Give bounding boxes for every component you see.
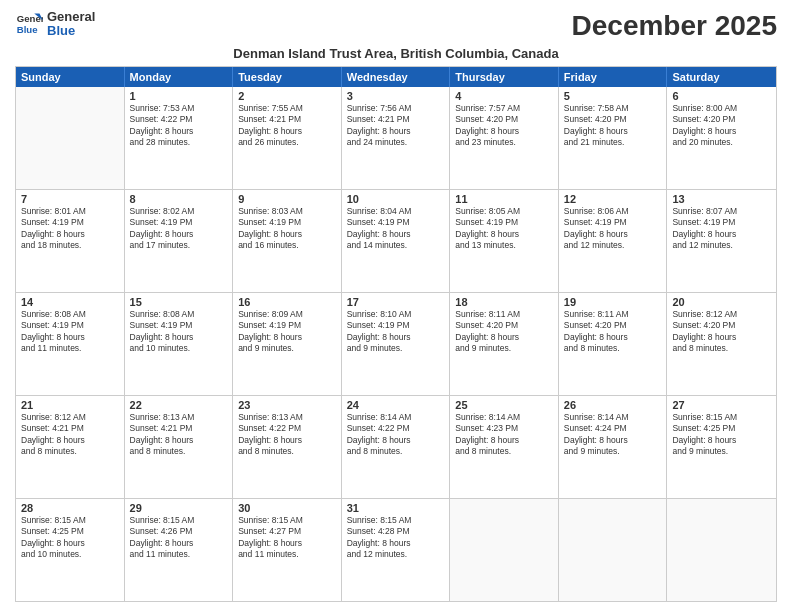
calendar-cell: 15Sunrise: 8:08 AM Sunset: 4:19 PM Dayli… [125,293,234,395]
calendar-week-2: 7Sunrise: 8:01 AM Sunset: 4:19 PM Daylig… [16,189,776,292]
day-info: Sunrise: 8:05 AM Sunset: 4:19 PM Dayligh… [455,206,553,252]
day-info: Sunrise: 8:07 AM Sunset: 4:19 PM Dayligh… [672,206,771,252]
day-info: Sunrise: 7:58 AM Sunset: 4:20 PM Dayligh… [564,103,662,149]
day-number: 3 [347,90,445,102]
calendar-cell: 29Sunrise: 8:15 AM Sunset: 4:26 PM Dayli… [125,499,234,601]
day-info: Sunrise: 7:57 AM Sunset: 4:20 PM Dayligh… [455,103,553,149]
calendar-cell: 3Sunrise: 7:56 AM Sunset: 4:21 PM Daylig… [342,87,451,189]
day-info: Sunrise: 8:15 AM Sunset: 4:25 PM Dayligh… [672,412,771,458]
header-day-tuesday: Tuesday [233,67,342,87]
calendar-cell: 18Sunrise: 8:11 AM Sunset: 4:20 PM Dayli… [450,293,559,395]
day-info: Sunrise: 8:01 AM Sunset: 4:19 PM Dayligh… [21,206,119,252]
calendar-cell [667,499,776,601]
calendar-week-5: 28Sunrise: 8:15 AM Sunset: 4:25 PM Dayli… [16,498,776,601]
calendar-cell: 25Sunrise: 8:14 AM Sunset: 4:23 PM Dayli… [450,396,559,498]
calendar-cell: 10Sunrise: 8:04 AM Sunset: 4:19 PM Dayli… [342,190,451,292]
day-number: 19 [564,296,662,308]
day-info: Sunrise: 8:00 AM Sunset: 4:20 PM Dayligh… [672,103,771,149]
day-number: 24 [347,399,445,411]
calendar-cell: 12Sunrise: 8:06 AM Sunset: 4:19 PM Dayli… [559,190,668,292]
day-number: 9 [238,193,336,205]
day-info: Sunrise: 8:14 AM Sunset: 4:23 PM Dayligh… [455,412,553,458]
day-number: 21 [21,399,119,411]
day-info: Sunrise: 8:12 AM Sunset: 4:21 PM Dayligh… [21,412,119,458]
calendar-week-1: 1Sunrise: 7:53 AM Sunset: 4:22 PM Daylig… [16,87,776,189]
header: General Blue General Blue December 2025 [15,10,777,42]
day-info: Sunrise: 7:55 AM Sunset: 4:21 PM Dayligh… [238,103,336,149]
day-info: Sunrise: 8:10 AM Sunset: 4:19 PM Dayligh… [347,309,445,355]
day-info: Sunrise: 8:11 AM Sunset: 4:20 PM Dayligh… [564,309,662,355]
calendar-cell: 17Sunrise: 8:10 AM Sunset: 4:19 PM Dayli… [342,293,451,395]
month-title: December 2025 [572,10,777,42]
calendar-cell: 16Sunrise: 8:09 AM Sunset: 4:19 PM Dayli… [233,293,342,395]
day-number: 13 [672,193,771,205]
subtitle: Denman Island Trust Area, British Columb… [15,46,777,61]
day-number: 6 [672,90,771,102]
day-number: 16 [238,296,336,308]
day-info: Sunrise: 8:15 AM Sunset: 4:27 PM Dayligh… [238,515,336,561]
day-info: Sunrise: 8:08 AM Sunset: 4:19 PM Dayligh… [21,309,119,355]
calendar-cell: 27Sunrise: 8:15 AM Sunset: 4:25 PM Dayli… [667,396,776,498]
logo: General Blue General Blue [15,10,95,39]
day-number: 4 [455,90,553,102]
calendar-cell: 23Sunrise: 8:13 AM Sunset: 4:22 PM Dayli… [233,396,342,498]
calendar-cell: 31Sunrise: 8:15 AM Sunset: 4:28 PM Dayli… [342,499,451,601]
calendar-cell [16,87,125,189]
calendar-week-3: 14Sunrise: 8:08 AM Sunset: 4:19 PM Dayli… [16,292,776,395]
day-number: 7 [21,193,119,205]
calendar-week-4: 21Sunrise: 8:12 AM Sunset: 4:21 PM Dayli… [16,395,776,498]
calendar-cell: 6Sunrise: 8:00 AM Sunset: 4:20 PM Daylig… [667,87,776,189]
calendar-cell: 7Sunrise: 8:01 AM Sunset: 4:19 PM Daylig… [16,190,125,292]
day-info: Sunrise: 8:14 AM Sunset: 4:24 PM Dayligh… [564,412,662,458]
day-info: Sunrise: 8:11 AM Sunset: 4:20 PM Dayligh… [455,309,553,355]
logo-text-general: General [47,10,95,24]
day-number: 23 [238,399,336,411]
day-number: 5 [564,90,662,102]
day-number: 18 [455,296,553,308]
day-number: 25 [455,399,553,411]
day-info: Sunrise: 8:14 AM Sunset: 4:22 PM Dayligh… [347,412,445,458]
calendar-cell: 14Sunrise: 8:08 AM Sunset: 4:19 PM Dayli… [16,293,125,395]
day-number: 26 [564,399,662,411]
day-number: 27 [672,399,771,411]
header-day-thursday: Thursday [450,67,559,87]
header-day-wednesday: Wednesday [342,67,451,87]
day-info: Sunrise: 8:08 AM Sunset: 4:19 PM Dayligh… [130,309,228,355]
calendar-header: SundayMondayTuesdayWednesdayThursdayFrid… [16,67,776,87]
day-info: Sunrise: 8:13 AM Sunset: 4:21 PM Dayligh… [130,412,228,458]
header-day-saturday: Saturday [667,67,776,87]
calendar-cell: 30Sunrise: 8:15 AM Sunset: 4:27 PM Dayli… [233,499,342,601]
calendar-body: 1Sunrise: 7:53 AM Sunset: 4:22 PM Daylig… [16,87,776,601]
calendar-cell: 22Sunrise: 8:13 AM Sunset: 4:21 PM Dayli… [125,396,234,498]
calendar-cell: 13Sunrise: 8:07 AM Sunset: 4:19 PM Dayli… [667,190,776,292]
svg-text:Blue: Blue [17,24,38,35]
day-info: Sunrise: 8:03 AM Sunset: 4:19 PM Dayligh… [238,206,336,252]
calendar-cell: 24Sunrise: 8:14 AM Sunset: 4:22 PM Dayli… [342,396,451,498]
day-number: 8 [130,193,228,205]
day-number: 14 [21,296,119,308]
day-info: Sunrise: 8:15 AM Sunset: 4:25 PM Dayligh… [21,515,119,561]
header-day-friday: Friday [559,67,668,87]
calendar-cell: 2Sunrise: 7:55 AM Sunset: 4:21 PM Daylig… [233,87,342,189]
title-block: December 2025 [572,10,777,42]
logo-icon: General Blue [15,10,43,38]
calendar-cell: 11Sunrise: 8:05 AM Sunset: 4:19 PM Dayli… [450,190,559,292]
calendar-cell: 19Sunrise: 8:11 AM Sunset: 4:20 PM Dayli… [559,293,668,395]
day-info: Sunrise: 8:15 AM Sunset: 4:26 PM Dayligh… [130,515,228,561]
day-info: Sunrise: 8:04 AM Sunset: 4:19 PM Dayligh… [347,206,445,252]
day-number: 29 [130,502,228,514]
calendar-cell: 21Sunrise: 8:12 AM Sunset: 4:21 PM Dayli… [16,396,125,498]
day-number: 11 [455,193,553,205]
day-info: Sunrise: 8:13 AM Sunset: 4:22 PM Dayligh… [238,412,336,458]
day-number: 22 [130,399,228,411]
calendar-cell: 5Sunrise: 7:58 AM Sunset: 4:20 PM Daylig… [559,87,668,189]
day-info: Sunrise: 8:06 AM Sunset: 4:19 PM Dayligh… [564,206,662,252]
header-day-monday: Monday [125,67,234,87]
day-number: 30 [238,502,336,514]
day-info: Sunrise: 8:09 AM Sunset: 4:19 PM Dayligh… [238,309,336,355]
calendar-cell [559,499,668,601]
day-info: Sunrise: 8:15 AM Sunset: 4:28 PM Dayligh… [347,515,445,561]
day-number: 1 [130,90,228,102]
day-number: 20 [672,296,771,308]
day-number: 12 [564,193,662,205]
